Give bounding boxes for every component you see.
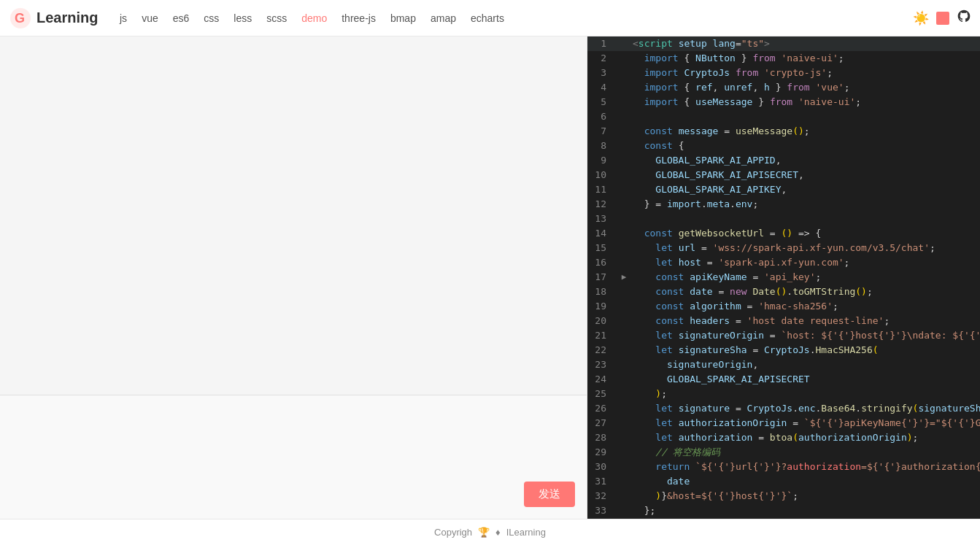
code-line: 25 ); [587,387,980,401]
code-editor[interactable]: 1 <script setup lang="ts"> 2 import { NB… [587,36,980,519]
code-line: 16 let host = 'spark-api.xf-yun.com'; [587,255,980,270]
nav-threejs[interactable]: three-js [340,9,377,27]
code-line: 22 let signatureSha = CryptoJs.HmacSHA25… [587,343,980,357]
footer-copyright: Copyrigh [434,527,472,538]
footer-trophy-icon: 🏆 [478,527,490,538]
code-line: 19 const algorithm = 'hmac-sha256'; [587,299,980,314]
nav-amap[interactable]: amap [429,9,458,27]
nav-less[interactable]: less [232,9,253,27]
line-number: 1 [587,36,618,51]
code-line: 11 GLOBAL_SPARK_AI_APIKEY, [587,182,980,197]
main-content: 发送 1 <script setup lang="ts"> 2 import {… [0,36,980,519]
code-line: 31 date [587,474,980,489]
code-line: 32 )}&host=${'{'}host{'}'}`; [587,489,980,503]
code-line: 9 GLOBAL_SPARK_AI_APPID, [587,153,980,168]
footer-diamond-icon: ♦ [495,527,501,538]
nav-bmap[interactable]: bmap [389,9,417,27]
code-line: 21 let signatureOrigin = `host: ${'{'}ho… [587,328,980,343]
logo-icon: G [9,7,32,30]
logo-text: Learning [36,9,98,26]
svg-text:G: G [15,11,25,26]
nav-es6[interactable]: es6 [171,9,191,27]
code-line: 30 return `${'{'}url{'}'}?authorization=… [587,460,980,474]
code-line: 29 // 将空格编码 [587,445,980,460]
code-line: 26 let signature = CryptoJs.enc.Base64.s… [587,401,980,416]
code-line: 23 signatureOrigin, [587,357,980,372]
code-line: 4 import { ref, unref, h } from 'vue'; [587,80,980,95]
nav-css[interactable]: css [202,9,220,27]
footer: Copyrigh 🏆 ♦ ILearning [0,519,980,545]
code-line: 28 let authorization = btoa(authorizatio… [587,430,980,445]
code-line: 14 const getWebsocketUrl = () => { [587,226,980,241]
code-line: 15 let url = 'wss://spark-api.xf-yun.com… [587,241,980,255]
nav-echarts[interactable]: echarts [469,9,506,27]
nav-demo[interactable]: demo [300,9,328,27]
code-line: 10 GLOBAL_SPARK_AI_APISECRET, [587,168,980,182]
code-line: 13 [587,212,980,226]
theme-icon[interactable]: ☀️ [913,10,929,26]
code-line: 7 const message = useMessage(); [587,124,980,139]
line-content: <script setup lang="ts"> [630,36,980,51]
footer-brand: ILearning [506,527,546,538]
left-panel: 发送 [0,36,587,519]
code-line: 18 const date = new Date().toGMTString()… [587,285,980,299]
code-line: 8 const { [587,139,980,153]
code-line: 27 let authorizationOrigin = `${'{'}apiK… [587,416,980,430]
code-line: 5 import { useMessage } from 'naive-ui'; [587,95,980,109]
code-line: 20 const headers = 'host date request-li… [587,314,980,328]
code-line: 24 GLOBAL_SPARK_AI_APISECRET [587,372,980,387]
github-icon[interactable] [957,9,971,27]
header: G Learning js vue es6 css less scss demo… [0,0,980,36]
code-line: 2 import { NButton } from 'naive-ui'; [587,51,980,66]
code-line: 17 ▶ const apiKeyName = 'api_key'; [587,270,980,285]
header-actions: ☀️ [913,9,971,27]
color-picker[interactable] [936,12,949,25]
input-area: 发送 [0,395,587,519]
code-line: 3 import CryptoJs from 'crypto-js'; [587,66,980,80]
nav-vue[interactable]: vue [140,9,160,27]
code-line: 6 [587,109,980,124]
nav: js vue es6 css less scss demo three-js b… [118,9,898,27]
logo: G Learning [9,7,104,30]
nav-scss[interactable]: scss [265,9,288,27]
send-button[interactable]: 发送 [524,482,575,507]
chat-area [0,36,587,395]
code-line: 12 } = import.meta.env; [587,197,980,212]
code-editor-panel: 1 <script setup lang="ts"> 2 import { NB… [587,36,980,519]
nav-js[interactable]: js [118,9,128,27]
code-line: 33 }; [587,503,980,518]
code-line: 1 <script setup lang="ts"> [587,36,980,51]
